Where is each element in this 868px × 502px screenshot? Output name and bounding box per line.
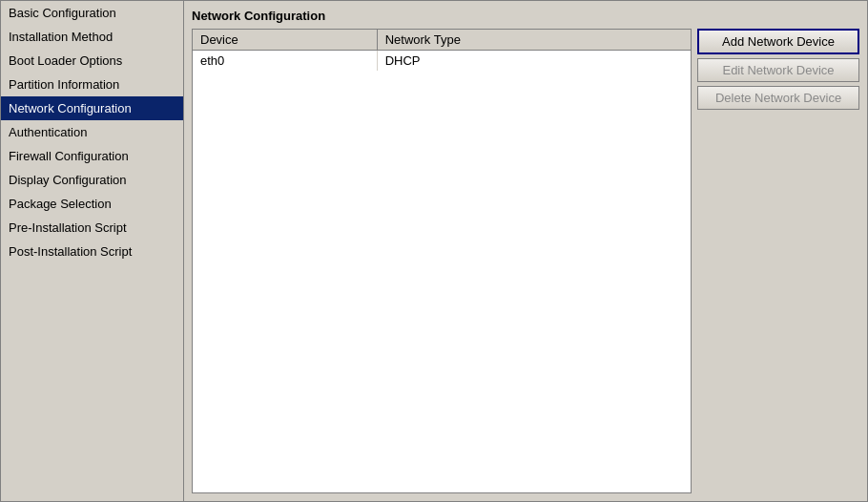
buttons-panel: Add Network Device Edit Network Device D… xyxy=(697,29,859,493)
column-header-network-type: Network Type xyxy=(377,30,691,51)
network-devices-table: Device Network Type eth0DHCP xyxy=(192,29,692,493)
sidebar-item-boot-loader-options[interactable]: Boot Loader Options xyxy=(1,49,183,73)
content-title: Network Configuration xyxy=(192,9,859,23)
sidebar-item-partition-information[interactable]: Partition Information xyxy=(1,73,183,96)
sidebar-item-authentication[interactable]: Authentication xyxy=(1,120,183,144)
cell-device: eth0 xyxy=(193,51,377,72)
sidebar-item-package-selection[interactable]: Package Selection xyxy=(1,192,183,216)
table-row[interactable]: eth0DHCP xyxy=(193,51,691,72)
edit-network-device-button[interactable]: Edit Network Device xyxy=(697,58,859,82)
sidebar-item-network-configuration[interactable]: Network Configuration xyxy=(1,96,183,120)
sidebar-item-firewall-configuration[interactable]: Firewall Configuration xyxy=(1,144,183,168)
column-header-device: Device xyxy=(193,30,377,51)
sidebar: Basic ConfigurationInstallation MethodBo… xyxy=(1,1,184,501)
content-area: Network Configuration Device Network Typ… xyxy=(184,1,867,501)
sidebar-item-display-configuration[interactable]: Display Configuration xyxy=(1,168,183,192)
content-body: Device Network Type eth0DHCP Add Network… xyxy=(192,29,859,493)
main-container: Basic ConfigurationInstallation MethodBo… xyxy=(0,0,868,502)
add-network-device-button[interactable]: Add Network Device xyxy=(697,29,859,54)
cell-network-type: DHCP xyxy=(377,51,691,72)
sidebar-item-pre-installation-script[interactable]: Pre-Installation Script xyxy=(1,216,183,240)
sidebar-item-installation-method[interactable]: Installation Method xyxy=(1,25,183,49)
sidebar-item-post-installation-script[interactable]: Post-Installation Script xyxy=(1,240,183,263)
delete-network-device-button[interactable]: Delete Network Device xyxy=(697,86,859,110)
sidebar-item-basic-configuration[interactable]: Basic Configuration xyxy=(1,1,183,25)
